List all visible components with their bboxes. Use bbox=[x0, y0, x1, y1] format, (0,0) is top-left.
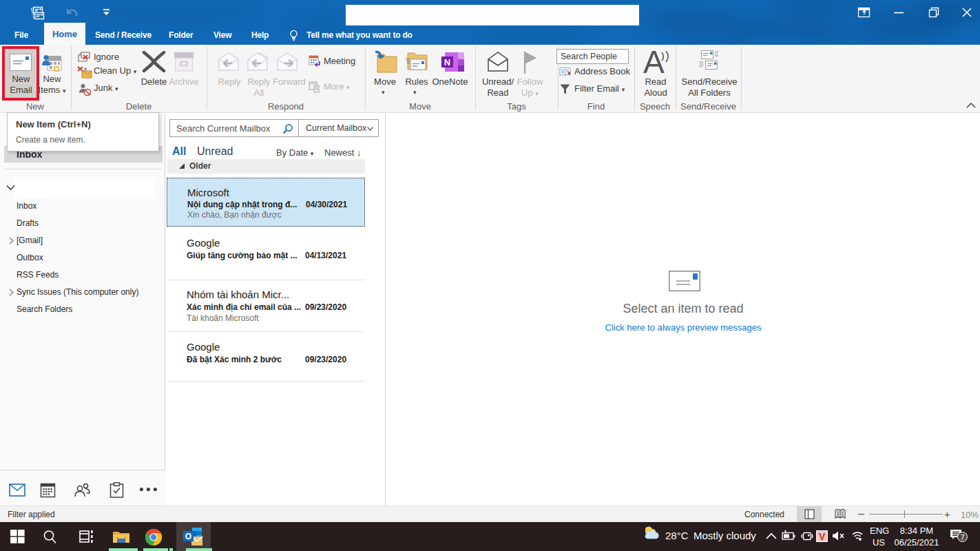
svg-text:N: N bbox=[444, 57, 450, 67]
svg-text:O: O bbox=[185, 532, 191, 541]
